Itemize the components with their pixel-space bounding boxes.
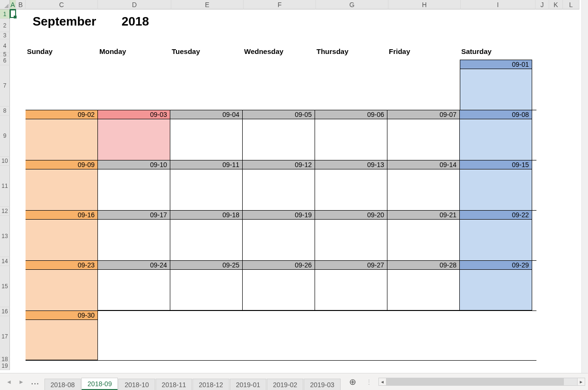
- calendar-day-body[interactable]: [243, 119, 315, 160]
- row-header-11[interactable]: 11: [0, 166, 10, 207]
- column-header-E[interactable]: E: [171, 0, 244, 9]
- tab-split-grip[interactable]: ⋮: [360, 378, 378, 386]
- calendar-day-09-15[interactable]: 09-15: [460, 160, 532, 210]
- calendar-day-body[interactable]: [98, 169, 170, 210]
- calendar-day-09-03[interactable]: 09-03: [98, 110, 170, 160]
- calendar-day-09-13[interactable]: 09-13: [315, 160, 387, 210]
- hscroll-track[interactable]: [386, 378, 577, 386]
- calendar-day-09-14[interactable]: 09-14: [387, 160, 460, 210]
- row-header-16[interactable]: 16: [0, 307, 10, 316]
- calendar-day-09-12[interactable]: 09-12: [243, 160, 315, 210]
- vertical-scrollbar[interactable]: [581, 0, 588, 373]
- calendar-day-09-05[interactable]: 09-05: [243, 110, 315, 160]
- calendar-day-body[interactable]: [26, 119, 97, 160]
- hscroll-right-button[interactable]: ►: [577, 378, 585, 386]
- row-header-9[interactable]: 9: [0, 115, 10, 157]
- row-header-19[interactable]: 19: [0, 362, 10, 370]
- calendar-day-body[interactable]: [170, 169, 242, 210]
- calendar-day-body[interactable]: [460, 169, 532, 210]
- column-header-K[interactable]: K: [549, 0, 563, 9]
- calendar-day-09-11[interactable]: 09-11: [170, 160, 243, 210]
- cells-area[interactable]: September 2018 SundayMondayTuesdayWednes…: [10, 9, 588, 373]
- row-header-5[interactable]: 5: [0, 53, 10, 56]
- calendar-day-body[interactable]: [387, 169, 459, 210]
- calendar-day-body[interactable]: [315, 169, 387, 210]
- column-header-H[interactable]: H: [388, 0, 461, 9]
- column-header-I[interactable]: I: [461, 0, 535, 9]
- row-header-13[interactable]: 13: [0, 216, 10, 257]
- column-header-C[interactable]: C: [26, 0, 98, 9]
- calendar-day-body[interactable]: [460, 69, 532, 110]
- row-header-12[interactable]: 12: [0, 207, 10, 216]
- column-header-F[interactable]: F: [244, 0, 316, 9]
- calendar-day-09-25[interactable]: 09-25: [170, 261, 243, 310]
- calendar-day-09-09[interactable]: 09-09: [26, 160, 98, 210]
- sheet-tab-2018-12[interactable]: 2018-12: [193, 379, 229, 390]
- calendar-day-body[interactable]: [460, 220, 532, 260]
- calendar-day-body[interactable]: [315, 220, 387, 260]
- sheet-tab-2018-10[interactable]: 2018-10: [118, 379, 155, 390]
- calendar-day-09-17[interactable]: 09-17: [98, 211, 170, 260]
- calendar-day-09-24[interactable]: 09-24: [98, 261, 170, 310]
- calendar-day-body[interactable]: [315, 119, 387, 160]
- calendar-day-body[interactable]: [243, 169, 315, 210]
- column-header-J[interactable]: J: [535, 0, 549, 9]
- sheet-tab-2018-08[interactable]: 2018-08: [44, 379, 81, 390]
- calendar-day-09-01[interactable]: 09-01: [460, 60, 532, 110]
- calendar-day-09-27[interactable]: 09-27: [315, 261, 387, 310]
- row-header-8[interactable]: 8: [0, 106, 10, 115]
- row-header-6[interactable]: 6: [0, 56, 10, 65]
- row-header-2[interactable]: 2: [0, 19, 10, 32]
- row-header-17[interactable]: 17: [0, 316, 10, 357]
- calendar-day-09-02[interactable]: 09-02: [26, 110, 98, 160]
- row-header-1[interactable]: 1: [0, 9, 10, 19]
- calendar-day-09-10[interactable]: 09-10: [98, 160, 170, 210]
- row-header-18[interactable]: 18: [0, 357, 10, 362]
- calendar-day-body[interactable]: [315, 270, 387, 310]
- row-header-15[interactable]: 15: [0, 266, 10, 307]
- column-header-D[interactable]: D: [98, 0, 171, 9]
- tab-scroll-left-icon[interactable]: ◄: [4, 377, 14, 387]
- sheet-tab-2019-02[interactable]: 2019-02: [267, 379, 303, 390]
- hscroll-thumb[interactable]: [386, 378, 564, 385]
- tab-scroll-right-icon[interactable]: ►: [16, 377, 26, 387]
- column-header-A[interactable]: A: [10, 0, 16, 9]
- calendar-day-body[interactable]: [170, 270, 242, 310]
- column-header-G[interactable]: G: [316, 0, 388, 9]
- calendar-day-body[interactable]: [460, 270, 532, 310]
- calendar-day-09-21[interactable]: 09-21: [387, 211, 460, 260]
- calendar-day-body[interactable]: [98, 119, 170, 160]
- column-header-L[interactable]: L: [563, 0, 579, 9]
- calendar-day-body[interactable]: [98, 220, 170, 260]
- row-header-3[interactable]: 3: [0, 32, 10, 39]
- calendar-day-body[interactable]: [243, 270, 315, 310]
- calendar-day-body[interactable]: [387, 119, 459, 160]
- tab-overflow-ellipsis[interactable]: ...: [26, 378, 44, 386]
- calendar-day-09-08[interactable]: 09-08: [460, 110, 532, 160]
- row-header-10[interactable]: 10: [0, 157, 10, 166]
- calendar-day-body[interactable]: [170, 119, 242, 160]
- calendar-day-09-16[interactable]: 09-16: [26, 211, 98, 260]
- calendar-day-body[interactable]: [387, 270, 459, 310]
- calendar-day-body[interactable]: [98, 270, 170, 310]
- sheet-tab-2019-03[interactable]: 2019-03: [304, 379, 340, 390]
- calendar-day-09-23[interactable]: 09-23: [26, 261, 98, 310]
- calendar-day-09-06[interactable]: 09-06: [315, 110, 387, 160]
- calendar-day-09-19[interactable]: 09-19: [243, 211, 315, 260]
- calendar-day-09-30[interactable]: 09-30: [26, 311, 98, 360]
- calendar-day-body[interactable]: [170, 220, 242, 260]
- row-header-14[interactable]: 14: [0, 257, 10, 266]
- sheet-tab-2019-01[interactable]: 2019-01: [230, 379, 266, 390]
- select-all-corner[interactable]: [0, 0, 10, 9]
- calendar-day-09-18[interactable]: 09-18: [170, 211, 243, 260]
- calendar-day-body[interactable]: [387, 220, 459, 260]
- column-header-B[interactable]: B: [16, 0, 26, 9]
- calendar-day-09-26[interactable]: 09-26: [243, 261, 315, 310]
- calendar-day-09-29[interactable]: 09-29: [460, 261, 532, 310]
- sheet-tab-2018-09[interactable]: 2018-09: [81, 378, 118, 390]
- calendar-day-09-04[interactable]: 09-04: [170, 110, 243, 160]
- calendar-day-body[interactable]: [26, 270, 97, 310]
- calendar-day-body[interactable]: [26, 169, 97, 210]
- calendar-day-09-28[interactable]: 09-28: [387, 261, 460, 310]
- calendar-day-09-20[interactable]: 09-20: [315, 211, 387, 260]
